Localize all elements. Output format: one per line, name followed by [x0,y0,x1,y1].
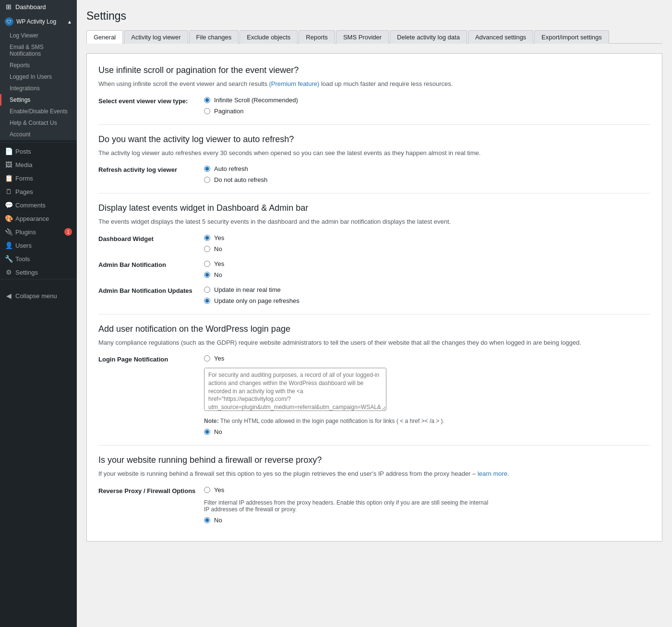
sidebar-item-log-viewer[interactable]: Log Viewer [0,30,77,41]
sidebar-item-users[interactable]: 👤 Users [0,239,77,252]
setting-row-login-notification: Login Page Notification Yes Note: The on… [98,355,650,435]
section-title-auto-refresh: Do you want the activity log viewer to a… [98,134,650,145]
tab-general[interactable]: General [86,30,123,44]
radio-infinite-scroll-label: Infinite Scroll (Recommended) [214,96,298,104]
section-infinite-scroll: Use infinite scroll or pagination for th… [98,65,650,115]
radio-firewall-no-input[interactable] [204,517,210,523]
sidebar-item-tools[interactable]: 🔧 Tools [0,252,77,265]
appearance-icon: 🎨 [5,215,12,222]
wp-activity-collapse-icon: ▲ [67,19,72,24]
radio-pagination-input[interactable] [204,108,210,114]
radio-infinite-scroll-input[interactable] [204,97,210,103]
sidebar: ⊞ Dashboard 🛡 WP Activity Log ▲ Log View… [0,0,77,627]
tab-file-changes[interactable]: File changes [189,30,239,44]
radio-dashboard-widget-yes-input[interactable] [204,235,210,241]
setting-row-event-viewer-type: Select event viewer view type: Infinite … [98,96,650,115]
sidebar-item-settings-main[interactable]: ⚙ Settings [0,265,77,279]
tab-reports[interactable]: Reports [299,30,335,44]
tab-export-import-settings[interactable]: Export/import settings [534,30,609,44]
sidebar-item-account[interactable]: Account [0,129,77,140]
radio-auto-refresh-input[interactable] [204,166,210,172]
setting-label-firewall-proxy: Reverse Proxy / Firewall Options [98,486,204,494]
radio-firewall-no[interactable]: No [204,517,492,524]
section-title-login-notification: Add user notification on the WordPress l… [98,324,650,334]
radio-login-no[interactable]: No [204,428,444,435]
radio-login-yes[interactable]: Yes [204,355,444,362]
premium-feature-link[interactable]: (Premium feature) [269,80,320,87]
sidebar-item-plugins[interactable]: 🔌 Plugins 1 [0,225,77,239]
sidebar-item-media[interactable]: 🖼 Media [0,158,77,171]
sidebar-item-help-contact[interactable]: Help & Contact Us [0,117,77,129]
section-desc-firewall-proxy: If your website is running behind a fire… [98,469,650,479]
wp-activity-log-label: WP Activity Log [16,18,56,25]
radio-pagination[interactable]: Pagination [204,108,298,115]
section-desc-dashboard-widget: The events widget displays the latest 5 … [98,217,650,227]
radio-dashboard-widget-no[interactable]: No [204,245,224,253]
section-desc-auto-refresh: The activity log viewer auto refreshes e… [98,148,650,158]
sidebar-collapse-menu[interactable]: ◀ Collapse menu [0,289,77,302]
radio-firewall-no-label: No [214,517,222,524]
radio-near-real-time-input[interactable] [204,287,210,293]
section-title-firewall-proxy: Is your website running behind a firewal… [98,455,650,465]
radio-firewall-yes[interactable]: Yes [204,486,492,494]
radio-login-no-label: No [214,428,222,435]
sidebar-item-label: Media [15,161,32,169]
radio-page-refreshes-input[interactable] [204,298,210,304]
radio-infinite-scroll[interactable]: Infinite Scroll (Recommended) [204,96,298,104]
tab-exclude-objects[interactable]: Exclude objects [240,30,298,44]
sidebar-item-wp-activity-log[interactable]: 🛡 WP Activity Log ▲ [0,13,77,30]
setting-label-login-notification: Login Page Notification [98,355,204,363]
radio-login-yes-input[interactable] [204,355,210,362]
sidebar-item-posts[interactable]: 📄 Posts [0,145,77,158]
tab-activity-log-viewer[interactable]: Activity log viewer [124,30,188,44]
section-auto-refresh: Do you want the activity log viewer to a… [98,134,650,184]
radio-page-refreshes[interactable]: Update only on page refreshes [204,297,300,304]
sidebar-item-logged-in-users[interactable]: Logged In Users [0,71,77,83]
radio-admin-bar-yes[interactable]: Yes [204,260,224,267]
setting-options-event-viewer-type: Infinite Scroll (Recommended) Pagination [204,96,298,115]
radio-dashboard-widget-yes[interactable]: Yes [204,234,224,241]
radio-no-auto-refresh[interactable]: Do not auto refresh [204,176,267,183]
settings-tabs: General Activity log viewer File changes… [86,30,662,44]
radio-admin-bar-no-input[interactable] [204,272,210,278]
wp-activity-log-section: 🛡 WP Activity Log ▲ Log Viewer Email & S… [0,13,77,140]
setting-row-admin-bar-notification: Admin Bar Notification Yes No [98,260,650,278]
learn-more-link[interactable]: learn more [478,470,507,477]
tab-delete-activity-log-data[interactable]: Delete activity log data [390,30,467,44]
setting-row-auto-refresh: Refresh activity log viewer Auto refresh… [98,165,650,183]
sidebar-item-enable-disable-events[interactable]: Enable/Disable Events [0,106,77,117]
radio-near-real-time[interactable]: Update in near real time [204,286,300,293]
sidebar-item-appearance[interactable]: 🎨 Appearance [0,212,77,225]
setting-label-event-viewer-type: Select event viewer view type: [98,96,204,105]
plugins-icon: 🔌 [5,228,12,236]
radio-no-auto-refresh-input[interactable] [204,177,210,183]
radio-dashboard-widget-no-label: No [214,245,222,253]
login-notification-note: Note: The only HTML code allowed in the … [204,418,444,424]
radio-firewall-yes-label: Yes [214,486,224,494]
sidebar-item-settings[interactable]: Settings [0,94,77,106]
radio-admin-bar-yes-input[interactable] [204,261,210,267]
main-content: Settings General Activity log viewer Fil… [77,0,672,627]
radio-auto-refresh[interactable]: Auto refresh [204,165,267,172]
firewall-desc-after: . [507,470,509,477]
setting-row-dashboard-widget: Dashboard Widget Yes No [98,234,650,253]
sidebar-item-forms[interactable]: 📋 Forms [0,171,77,185]
radio-login-no-input[interactable] [204,429,210,435]
tab-advanced-settings[interactable]: Advanced settings [468,30,533,44]
sidebar-item-comments[interactable]: 💬 Comments [0,198,77,212]
setting-options-admin-bar-notification: Yes No [204,260,224,278]
sidebar-item-email-sms[interactable]: Email & SMS Notifications [0,41,77,60]
sidebar-item-reports[interactable]: Reports [0,60,77,71]
tab-sms-provider[interactable]: SMS Provider [336,30,389,44]
sidebar-item-pages[interactable]: 🗒 Pages [0,185,77,198]
radio-admin-bar-no[interactable]: No [204,271,224,278]
sidebar-item-dashboard[interactable]: ⊞ Dashboard [0,0,77,13]
radio-firewall-yes-input[interactable] [204,487,210,493]
setting-label-admin-bar-updates: Admin Bar Notification Updates [98,286,204,294]
radio-admin-bar-no-label: No [214,271,222,278]
setting-label-auto-refresh: Refresh activity log viewer [98,165,204,173]
login-notification-textarea[interactable] [204,368,386,411]
radio-dashboard-widget-no-input[interactable] [204,246,210,252]
sidebar-item-integrations[interactable]: Integrations [0,83,77,94]
collapse-icon: ◀ [5,292,12,300]
